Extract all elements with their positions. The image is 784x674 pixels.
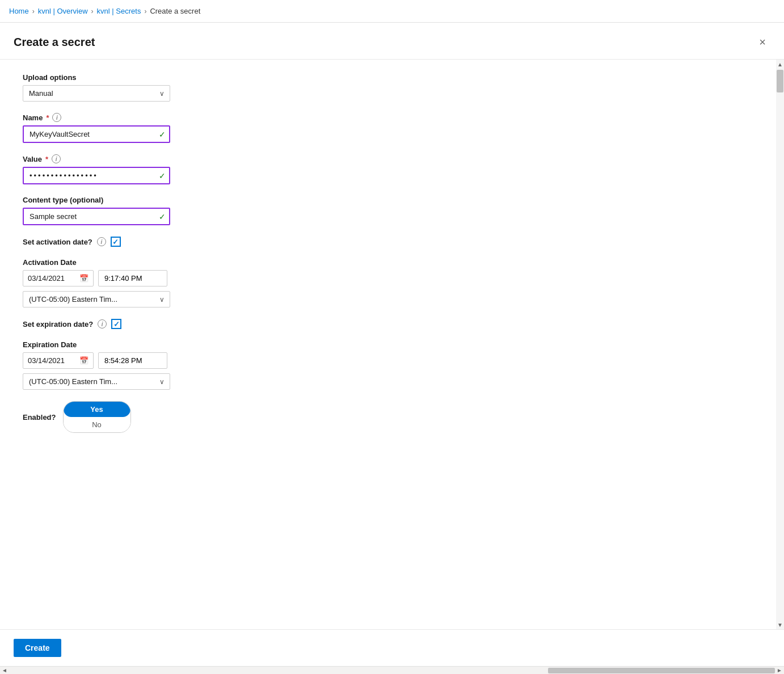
activation-time-wrapper [98,270,167,287]
value-required: * [45,155,48,163]
activation-timezone-wrapper: (UTC-05:00) Eastern Tim... ∨ [23,291,170,307]
activation-time-input[interactable] [104,274,161,283]
breadcrumb-home[interactable]: Home [9,7,29,15]
close-button[interactable]: × [755,34,770,50]
breadcrumb-sep-2: › [91,7,94,15]
set-expiration-date-checkbox[interactable]: ✓ [111,319,121,329]
bottom-scrollbar: ◄ ► [0,666,784,674]
right-scrollbar: ▲ ▼ [776,60,784,629]
content-type-group: Content type (optional) ✓ [23,196,761,225]
value-info-icon: i [52,154,61,163]
upload-options-group: Upload options Manual Certificate ∨ [23,73,761,102]
expiration-date-group: Expiration Date 📅 (UTC-05:00) Eastern Ti… [23,340,761,390]
enabled-row: Enabled? Yes No [23,401,761,433]
breadcrumb-current: Create a secret [150,7,200,15]
scrollbar-thumb[interactable] [777,70,783,92]
breadcrumb-overview[interactable]: kvnl | Overview [38,7,88,15]
value-input-wrapper: ✓ [23,167,170,184]
name-info-icon: i [52,113,61,122]
expiration-date-input-wrapper: 📅 [23,352,94,369]
value-input[interactable] [23,167,170,184]
value-group: Value * i ✓ [23,154,761,184]
enabled-toggle[interactable]: Yes No [63,401,131,433]
horizontal-scrollbar-thumb[interactable] [548,668,775,673]
activation-calendar-icon[interactable]: 📅 [79,274,88,283]
expiration-date-row: 📅 [23,352,761,369]
name-checkmark-icon: ✓ [159,130,166,139]
enabled-yes-option[interactable]: Yes [64,402,130,417]
upload-options-select-wrapper: Manual Certificate ∨ [23,85,170,102]
breadcrumb-secrets[interactable]: kvnl | Secrets [97,7,141,15]
breadcrumb-sep-1: › [32,7,35,15]
set-activation-date-row: Set activation date? i ✓ [23,237,761,247]
scroll-down-button[interactable]: ▼ [776,620,784,629]
value-label: Value * i [23,154,761,163]
upload-options-select[interactable]: Manual Certificate [23,85,170,102]
create-button[interactable]: Create [14,639,61,657]
name-required: * [46,113,49,122]
expiration-time-input[interactable] [104,356,161,365]
expiration-timezone-wrapper: (UTC-05:00) Eastern Tim... ∨ [23,373,170,390]
set-activation-date-label: Set activation date? [23,238,92,246]
name-group: Name * i ✓ [23,113,761,143]
enabled-no-option[interactable]: No [64,417,130,432]
expiration-checkbox-checkmark: ✓ [113,320,120,328]
activation-date-label: Activation Date [23,258,761,267]
set-expiration-date-row: Set expiration date? i ✓ [23,319,761,329]
breadcrumb-sep-3: › [144,7,146,15]
name-input[interactable] [23,125,170,143]
expiration-time-wrapper [98,352,167,369]
panel-body: Upload options Manual Certificate ∨ Name… [0,60,784,629]
horizontal-scrollbar-track [9,668,775,673]
expiration-date-input[interactable] [28,356,76,365]
page-title: Create a secret [14,36,95,49]
activation-date-group: Activation Date 📅 (UTC-05:00) Eastern Ti… [23,258,761,307]
activation-date-input[interactable] [28,274,76,283]
content-type-input[interactable] [23,208,170,225]
activation-checkbox-checkmark: ✓ [112,238,119,246]
set-activation-date-checkbox[interactable]: ✓ [111,237,121,247]
panel-footer: Create [0,629,784,666]
expiration-date-label: Expiration Date [23,340,761,349]
activation-timezone-select[interactable]: (UTC-05:00) Eastern Tim... [23,291,170,307]
activation-date-input-wrapper: 📅 [23,270,94,287]
breadcrumb: Home › kvnl | Overview › kvnl | Secrets … [0,0,784,23]
enabled-label: Enabled? [23,413,56,422]
expiration-date-info-icon: i [98,319,107,328]
content-type-input-wrapper: ✓ [23,208,170,225]
value-checkmark-icon: ✓ [159,171,166,180]
content-type-label: Content type (optional) [23,196,761,204]
scroll-up-button[interactable]: ▲ [776,60,784,69]
name-label: Name * i [23,113,761,122]
panel-header: Create a secret × [0,23,784,60]
upload-options-label: Upload options [23,73,761,82]
create-secret-panel: Create a secret × Upload options Manual … [0,23,784,666]
name-input-wrapper: ✓ [23,125,170,143]
expiration-timezone-select[interactable]: (UTC-05:00) Eastern Tim... [23,373,170,390]
set-expiration-date-label: Set expiration date? [23,320,93,328]
activation-date-info-icon: i [97,237,106,246]
activation-date-row: 📅 [23,270,761,287]
content-type-checkmark-icon: ✓ [159,212,166,221]
expiration-calendar-icon[interactable]: 📅 [79,356,88,365]
scroll-left-button[interactable]: ◄ [0,667,9,675]
scroll-right-button[interactable]: ► [775,667,784,675]
